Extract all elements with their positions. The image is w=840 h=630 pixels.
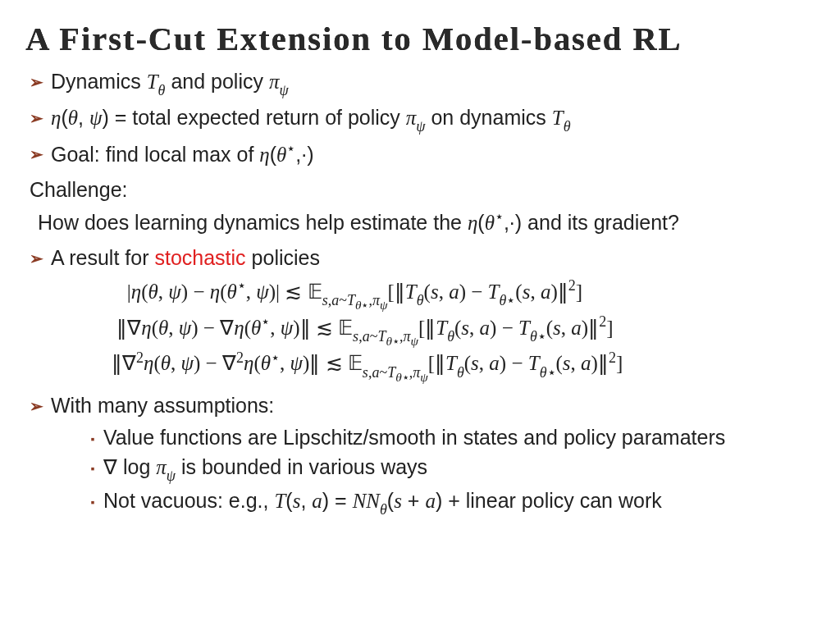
t: and its gradient?: [522, 211, 679, 234]
t: on dynamics: [426, 106, 552, 129]
bullet-icon: ➢: [30, 392, 51, 417]
math: η: [468, 212, 477, 234]
t: Dynamics: [51, 70, 147, 93]
t: A result for: [51, 246, 154, 269]
text: ∇ log πψ is bounded in various ways: [103, 454, 817, 485]
sub-lipschitz: ▪ Value functions are Lipschitz/smooth i…: [82, 424, 817, 451]
math: π: [406, 107, 417, 129]
challenge-label: Challenge:: [30, 176, 817, 203]
math: T: [274, 490, 285, 512]
math: ψ: [279, 82, 288, 98]
t: + linear policy can work: [442, 489, 661, 512]
bullet-icon: ➢: [30, 104, 51, 129]
bullet-dynamics-policy: ➢ Dynamics Tθ and policy πψ: [30, 68, 817, 99]
sub-grad-log-bounded: ▪ ∇ log πψ is bounded in various ways: [82, 454, 817, 485]
t: How does learning dynamics help estimate…: [38, 211, 468, 234]
math: π: [269, 71, 280, 93]
text: Goal: find local max of η(θ⋆,·): [51, 140, 817, 168]
math: θ: [564, 118, 571, 135]
t: is bounded in various ways: [176, 455, 427, 478]
text: Not vacuous: e.g., T(s, a) = NNθ(s + a) …: [103, 487, 817, 518]
square-icon: ▪: [82, 454, 103, 476]
text: A result for stochastic policies: [51, 244, 817, 272]
t: Not vacuous: e.g.,: [103, 489, 274, 512]
slide-title: A First-Cut Extension to Model-based RL: [25, 20, 821, 58]
bullet-icon: ➢: [30, 140, 51, 165]
math: θ: [158, 82, 166, 98]
math: a: [312, 490, 322, 512]
text: η(θ, ψ) = total expected return of polic…: [51, 104, 817, 135]
bullet-eta-defn: ➢ η(θ, ψ) = total expected return of pol…: [30, 104, 817, 135]
equation-grad-eta: ‖∇η(θ, ψ) − ∇η(θ⋆, ψ)‖ ≲ 𝔼s,a~Tθ⋆,πψ[‖Tθ…: [112, 313, 817, 349]
math: a: [425, 490, 436, 512]
bullet-stochastic: ➢ A result for stochastic policies: [30, 244, 817, 272]
math: ⋆: [286, 140, 295, 157]
math: ψ: [89, 107, 103, 129]
highlight-stochastic: stochastic: [154, 246, 245, 269]
sub-not-vacuous: ▪ Not vacuous: e.g., T(s, a) = NNθ(s + a…: [82, 487, 817, 518]
slide-body: ➢ Dynamics Tθ and policy πψ ➢ η(θ, ψ) = …: [30, 68, 817, 518]
bullet-icon: ➢: [30, 68, 51, 93]
math: η: [259, 144, 269, 166]
math: θ: [276, 144, 286, 166]
t: and policy: [165, 70, 268, 93]
bullet-goal: ➢ Goal: find local max of η(θ⋆,·): [30, 140, 817, 168]
t: policies: [246, 246, 320, 269]
math: θ: [380, 501, 387, 518]
math: θ: [68, 107, 78, 129]
math: ψ: [416, 118, 425, 135]
t: = total expected return of policy: [109, 106, 406, 129]
square-icon: ▪: [82, 487, 103, 509]
square-icon: ▪: [82, 424, 103, 446]
math: π: [156, 456, 167, 478]
assumption-sublist: ▪ Value functions are Lipschitz/smooth i…: [82, 424, 817, 518]
bullet-icon: ➢: [30, 244, 51, 269]
math: s: [293, 490, 301, 512]
equation-eta: |η(θ, ψ) − η(θ⋆, ψ)| ≲ 𝔼s,a~Tθ⋆,πψ[‖Tθ(s…: [112, 276, 817, 313]
equation-hess-eta: ‖∇2η(θ, ψ) − ∇2η(θ⋆, ψ)‖ ≲ 𝔼s,a~Tθ⋆,πψ[‖…: [112, 348, 817, 384]
bullet-assumptions: ➢ With many assumptions:: [30, 392, 817, 419]
math: T: [552, 107, 564, 129]
math: θ: [485, 212, 495, 234]
math: T: [147, 71, 158, 93]
math: s: [394, 490, 402, 512]
text: With many assumptions:: [51, 392, 817, 419]
math: ⋆: [495, 208, 504, 225]
math: ψ: [167, 468, 176, 484]
math: NN: [353, 490, 380, 512]
t: Goal: find local max of: [51, 143, 259, 166]
text: Value functions are Lipschitz/smooth in …: [103, 424, 817, 451]
math: η: [51, 107, 61, 129]
text: Dynamics Tθ and policy πψ: [51, 68, 817, 99]
slide: A First-Cut Extension to Model-based RL …: [0, 0, 840, 630]
equation-block: |η(θ, ψ) − η(θ⋆, ψ)| ≲ 𝔼s,a~Tθ⋆,πψ[‖Tθ(s…: [112, 276, 817, 384]
challenge-text: How does learning dynamics help estimate…: [38, 208, 817, 236]
